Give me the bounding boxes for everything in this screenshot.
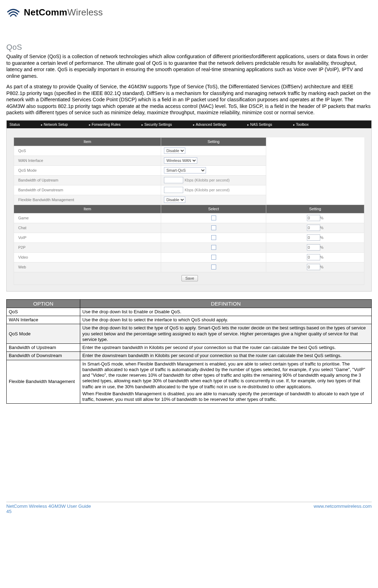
- pct-suffix: %: [320, 235, 324, 240]
- def-mode-def: Use the drop down list to select the typ…: [80, 324, 372, 344]
- flex-bandwidth-select[interactable]: Disable: [164, 197, 185, 203]
- cfg-header-item: Item: [14, 137, 161, 146]
- router-screenshot: Status Network Setup Forwarding Rules Se…: [6, 120, 372, 292]
- wan-interface-select[interactable]: Wireless WAN: [164, 157, 197, 164]
- def-upstream-opt: Bandwidth of Upstream: [7, 344, 80, 352]
- svc-voip-pct-input[interactable]: [307, 234, 320, 241]
- upstream-unit: Kbps (Kilobits per second): [185, 178, 229, 182]
- cfg-upstream-label: Bandwidth of Upstream: [14, 175, 161, 185]
- def-wan-def: Use the drop down list to select the int…: [80, 316, 372, 324]
- svc-video-pct-input[interactable]: [307, 254, 320, 260]
- svc-voip-checkbox[interactable]: [211, 235, 216, 240]
- cfg-downstream-label: Bandwidth of Downstream: [14, 185, 161, 195]
- save-button[interactable]: Save: [181, 275, 198, 281]
- svc-web-checkbox[interactable]: [211, 265, 216, 269]
- svc-header-select: Select: [161, 205, 266, 213]
- page-title: QoS: [6, 43, 372, 52]
- pct-suffix: %: [320, 265, 324, 269]
- svc-p2p-pct-input[interactable]: [307, 244, 320, 251]
- def-flex-opt: Flexible Bandwidth Management: [7, 360, 80, 404]
- footer-url: www.netcommwireless.com: [314, 504, 372, 514]
- svc-chat-label: Chat: [14, 223, 161, 233]
- brand-logo: NetCommWireless: [6, 6, 372, 18]
- nav-advanced-settings[interactable]: Advanced Settings: [193, 122, 227, 127]
- svc-chat-checkbox[interactable]: [211, 225, 216, 230]
- def-downstream-opt: Bandwidth of Downstream: [7, 352, 80, 360]
- nav-security-settings[interactable]: Security Settings: [142, 122, 172, 127]
- svc-p2p-label: P2P: [14, 242, 161, 252]
- svc-header-setting: Setting: [266, 205, 364, 213]
- definition-table: OPTION DEFINITION QoS Use the drop down …: [6, 299, 372, 404]
- downstream-input[interactable]: [164, 187, 183, 193]
- svc-game-pct-input[interactable]: [307, 215, 320, 221]
- def-upstream-def: Enter the upstream bandwidth in Kilobits…: [80, 344, 372, 352]
- svc-game-checkbox[interactable]: [211, 216, 216, 220]
- def-row-mode: QoS Mode Use the drop down list to selec…: [7, 324, 372, 344]
- upstream-input[interactable]: [164, 177, 183, 183]
- intro-paragraph-1: Quality of Service (QoS) is a collection…: [6, 53, 372, 79]
- svc-web-label: Web: [14, 262, 161, 272]
- pct-suffix: %: [320, 226, 324, 230]
- svc-row-game: Game %: [14, 213, 364, 223]
- svc-game-label: Game: [14, 213, 161, 223]
- cfg-qos-label: QoS: [14, 146, 161, 156]
- nav-network-setup[interactable]: Network Setup: [41, 122, 68, 127]
- router-nav-bar: Status Network Setup Forwarding Rules Se…: [7, 121, 371, 128]
- cfg-wan-label: WAN Interface: [14, 156, 161, 165]
- pct-suffix: %: [320, 245, 324, 249]
- svc-row-video: Video %: [14, 252, 364, 262]
- svc-row-voip: VoIP %: [14, 233, 364, 242]
- qos-select[interactable]: Disable: [164, 148, 185, 154]
- def-mode-opt: QoS Mode: [7, 324, 80, 344]
- def-flex-def: In Smart-QoS mode, when Flexible Bandwid…: [80, 360, 372, 404]
- footer-guide-title: NetComm Wireless 4GM3W User Guide: [6, 504, 91, 509]
- def-row-downstream: Bandwidth of Downstream Enter the downst…: [7, 352, 372, 360]
- svc-chat-pct-input[interactable]: [307, 225, 320, 231]
- cfg-flex-label: Flexible Bandwidth Management: [14, 195, 161, 205]
- def-qos-opt: QoS: [7, 308, 80, 316]
- def-wan-opt: WAN Interface: [7, 316, 80, 324]
- def-row-wan: WAN Interface Use the drop down list to …: [7, 316, 372, 324]
- def-row-upstream: Bandwidth of Upstream Enter the upstream…: [7, 344, 372, 352]
- svc-voip-label: VoIP: [14, 233, 161, 242]
- cfg-mode-label: QoS Mode: [14, 165, 161, 175]
- qos-config-table: Item Setting QoS Disable WAN Interface W…: [14, 137, 364, 285]
- svc-video-label: Video: [14, 252, 161, 262]
- nav-nas-settings[interactable]: NAS Settings: [247, 122, 272, 127]
- nav-forwarding-rules[interactable]: Forwarding Rules: [89, 122, 121, 127]
- svc-header-item: Item: [14, 205, 161, 213]
- svc-row-web: Web %: [14, 262, 364, 272]
- page-footer: NetComm Wireless 4GM3W User Guide 45 www…: [6, 502, 372, 514]
- svc-row-chat: Chat %: [14, 223, 364, 233]
- def-qos-def: Use the drop down list to Enable or Disa…: [80, 308, 372, 316]
- def-downstream-def: Enter the downstream bandwidth in Kilobi…: [80, 352, 372, 360]
- svc-row-p2p: P2P %: [14, 242, 364, 252]
- downstream-unit: Kbps (Kilobits per second): [185, 188, 229, 192]
- nav-status[interactable]: Status: [9, 122, 20, 127]
- pct-suffix: %: [320, 216, 324, 220]
- def-row-flex: Flexible Bandwidth Management In Smart-Q…: [7, 360, 372, 404]
- brand-text: NetCommWireless: [24, 7, 103, 18]
- def-header-definition: DEFINITION: [80, 299, 372, 308]
- wifi-icon: [6, 6, 20, 18]
- footer-page-number: 45: [6, 509, 91, 514]
- def-header-option: OPTION: [7, 299, 80, 308]
- svc-video-checkbox[interactable]: [211, 255, 216, 260]
- pct-suffix: %: [320, 255, 324, 259]
- svc-web-pct-input[interactable]: [307, 264, 320, 270]
- nav-toolbox[interactable]: Toolbox: [293, 122, 309, 127]
- def-row-qos: QoS Use the drop down list to Enable or …: [7, 308, 372, 316]
- cfg-header-setting: Setting: [161, 137, 266, 146]
- svc-p2p-checkbox[interactable]: [211, 245, 216, 250]
- intro-paragraph-2: As part of a strategy to provide Quality…: [6, 83, 372, 116]
- qos-mode-select[interactable]: Smart-QoS: [164, 167, 206, 173]
